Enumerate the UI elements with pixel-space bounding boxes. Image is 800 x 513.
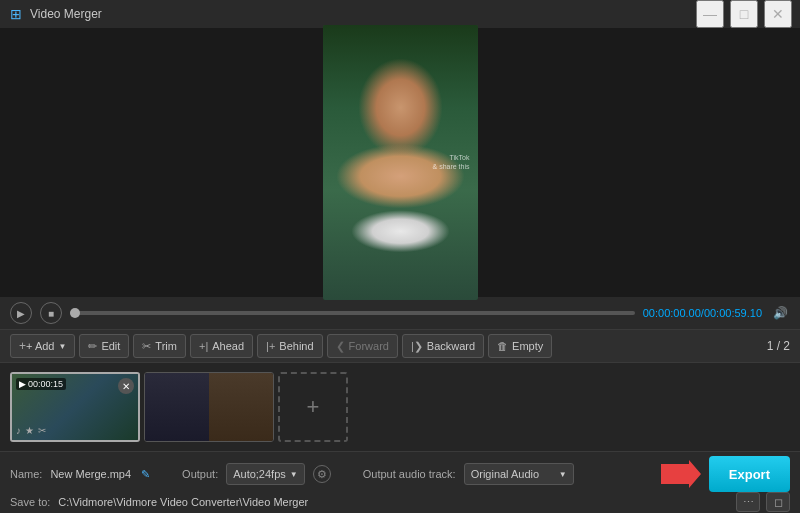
scissors-icon: ✂ — [38, 425, 46, 436]
add-dropdown-icon: ▼ — [58, 342, 66, 351]
clip-remove-button[interactable]: ✕ — [118, 378, 134, 394]
clip-controls: ♪ ★ ✂ — [16, 425, 46, 436]
playback-bar: ▶ ■ 00:00:00.00/00:00:59.10 🔊 — [0, 297, 800, 329]
open-folder-button[interactable]: ◻ — [766, 492, 790, 512]
audio-track-label: Output audio track: — [363, 468, 456, 480]
audio-icon: ♪ — [16, 425, 21, 436]
progress-bar[interactable] — [70, 311, 635, 315]
behind-icon: |+ — [266, 340, 275, 352]
ahead-button[interactable]: +| Ahead — [190, 334, 253, 358]
save-path-area: C:\Vidmore\Vidmore Video Converter\Video… — [58, 492, 790, 512]
titlebar: ⊞ Video Merger — □ ✕ — [0, 0, 800, 28]
name-value: New Merge.mp4 — [50, 468, 131, 480]
output-select[interactable]: Auto;24fps ▼ — [226, 463, 305, 485]
star-icon: ★ — [25, 425, 34, 436]
behind-button[interactable]: |+ Behind — [257, 334, 323, 358]
output-label: Output: — [182, 468, 218, 480]
output-settings-button[interactable]: ⚙ — [313, 465, 331, 483]
bottom-row1: Name: New Merge.mp4 ✎ Output: Auto;24fps… — [10, 456, 790, 492]
empty-icon: 🗑 — [497, 340, 508, 352]
progress-indicator — [70, 308, 80, 318]
clip-right-half — [209, 373, 273, 441]
export-button[interactable]: Export — [709, 456, 790, 492]
close-button[interactable]: ✕ — [764, 0, 792, 28]
svg-marker-0 — [661, 460, 701, 488]
video-frame: TikTok & share this — [323, 25, 478, 300]
save-label: Save to: — [10, 496, 50, 508]
clip-thumbnail — [145, 373, 273, 441]
toolbar: + + Add ▼ ✏ Edit ✂ Trim +| Ahead |+ Behi… — [0, 329, 800, 363]
audio-track-select[interactable]: Original Audio ▼ — [464, 463, 574, 485]
export-area: Export — [661, 456, 790, 492]
trim-button[interactable]: ✂ Trim — [133, 334, 186, 358]
clip-item[interactable] — [144, 372, 274, 442]
video-preview: TikTok & share this — [323, 25, 478, 300]
add-clip-button[interactable]: + — [278, 372, 348, 442]
forward-button[interactable]: ❮ Forward — [327, 334, 398, 358]
video-icon: ▶ — [19, 379, 26, 389]
timeline-area: ▶ 00:00:15 ✕ ♪ ★ ✂ + — [0, 363, 800, 451]
preview-area: TikTok & share this — [0, 28, 800, 297]
app-icon: ⊞ — [8, 6, 24, 22]
backward-button[interactable]: |❯ Backward — [402, 334, 484, 358]
app-title: Video Merger — [30, 7, 690, 21]
backward-icon: |❯ — [411, 340, 423, 353]
bottom-bar: Name: New Merge.mp4 ✎ Output: Auto;24fps… — [0, 451, 800, 513]
name-label: Name: — [10, 468, 42, 480]
maximize-button[interactable]: □ — [730, 0, 758, 28]
edit-name-icon[interactable]: ✎ — [141, 468, 150, 481]
dropdown-arrow-icon: ▼ — [559, 470, 567, 479]
trim-icon: ✂ — [142, 340, 151, 353]
bottom-row2: Save to: C:\Vidmore\Vidmore Video Conver… — [10, 492, 790, 512]
stop-button[interactable]: ■ — [40, 302, 62, 324]
forward-icon: ❮ — [336, 340, 345, 353]
browse-path-button[interactable]: ⋯ — [736, 492, 760, 512]
page-indicator: 1 / 2 — [767, 339, 790, 353]
save-path: C:\Vidmore\Vidmore Video Converter\Video… — [58, 496, 730, 508]
arrow-icon — [661, 460, 701, 488]
edit-icon: ✏ — [88, 340, 97, 353]
clip-left-half — [145, 373, 209, 441]
time-display: 00:00:00.00/00:00:59.10 — [643, 307, 762, 319]
add-button[interactable]: + + Add ▼ — [10, 334, 75, 358]
empty-button[interactable]: 🗑 Empty — [488, 334, 552, 358]
clip-item[interactable]: ▶ 00:00:15 ✕ ♪ ★ ✂ — [10, 372, 140, 442]
add-icon: + — [19, 339, 26, 353]
play-button[interactable]: ▶ — [10, 302, 32, 324]
main-content: TikTok & share this ▶ ■ 00:00:00.00/00:0… — [0, 28, 800, 513]
volume-button[interactable]: 🔊 — [770, 303, 790, 323]
minimize-button[interactable]: — — [696, 0, 724, 28]
edit-button[interactable]: ✏ Edit — [79, 334, 129, 358]
watermark: TikTok & share this — [433, 153, 470, 173]
ahead-icon: +| — [199, 340, 208, 352]
dropdown-icon: ▼ — [290, 470, 298, 479]
clip-time: ▶ 00:00:15 — [16, 378, 66, 390]
